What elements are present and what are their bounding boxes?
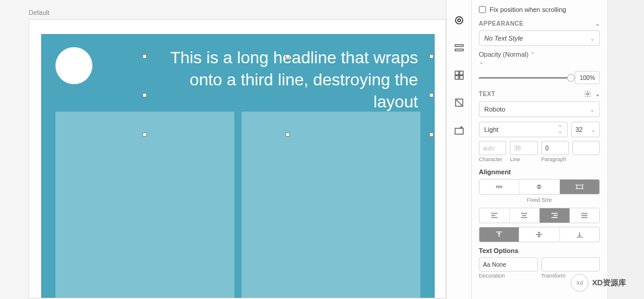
align-top-button[interactable] [479,227,519,242]
decoration-select[interactable]: Aa None [479,257,538,272]
svg-rect-11 [577,185,583,189]
transform-select[interactable] [541,257,600,272]
tool-grid-icon[interactable] [451,67,467,84]
resize-handle-tr[interactable] [429,54,434,58]
selection-box[interactable] [145,57,431,134]
artboard-frame[interactable]: This is a long headline that wraps onto … [29,19,446,298]
align-bottom-button[interactable] [560,227,599,242]
design-card[interactable]: This is a long headline that wraps onto … [41,34,435,298]
character-spacing-label: Character [479,156,506,162]
resize-handle-br[interactable] [429,132,434,137]
resize-handle-bm[interactable] [286,132,290,137]
character-spacing-input[interactable]: auto [479,141,506,155]
align-justify-button[interactable] [570,208,600,223]
chevron-down-icon: ⌄ [595,91,600,97]
watermark-logo-icon: Xd [571,274,589,292]
fix-position-label: Fix position when scrolling [490,6,566,13]
tool-export-icon[interactable] [451,122,467,138]
artboard-label[interactable]: Default [29,9,49,16]
font-size-value: 32 [575,126,583,133]
inspector-panel: Fix position when scrolling APPEARANCE ⌄… [471,0,607,299]
svg-rect-9 [455,128,463,134]
auto-height-button[interactable] [519,180,559,194]
svg-rect-2 [455,45,463,47]
align-middle-button[interactable] [519,227,559,242]
vertical-align-group [479,227,600,242]
font-weight-select[interactable]: Light ⌃⌄ [479,122,568,137]
align-right-button[interactable] [540,208,570,223]
resize-handle-tl[interactable] [143,54,147,58]
card-column-right[interactable] [242,112,420,298]
alignment-label: Alignment [479,168,600,175]
line-spacing-label: Line [510,156,537,162]
font-size-input[interactable]: 32 ⌄ [571,122,600,137]
svg-point-0 [456,17,463,24]
fix-position-checkbox[interactable]: Fix position when scrolling [479,6,600,13]
resize-handle-ml[interactable] [143,93,147,97]
chevron-down-icon: ⌄ [595,20,600,27]
sizing-mode-group [479,179,600,195]
fixed-size-label: Fixed Size [479,197,600,203]
auto-width-button[interactable] [479,180,519,194]
svg-rect-3 [455,49,463,51]
resize-handle-bl[interactable] [143,132,147,137]
font-family-select[interactable]: Roboto ⌄ [479,101,600,117]
avatar-circle[interactable] [55,47,92,84]
font-family-value: Roboto [484,106,505,113]
tool-strip [446,0,471,299]
svg-rect-4 [455,71,459,75]
opacity-value-input[interactable]: 100% [575,71,600,84]
spacing-extra-input[interactable] [572,141,600,155]
svg-rect-7 [459,76,463,79]
chevron-down-icon: ⌄ [590,106,595,113]
opacity-slider-knob[interactable] [567,74,575,82]
resize-handle-mr[interactable] [429,93,434,97]
decoration-label: Decoration [479,273,538,279]
horizontal-align-group [479,208,600,223]
appearance-title: APPEARANCE [479,20,524,27]
stepper-icon: ⌃⌄ [558,126,562,133]
align-center-button[interactable] [510,208,540,223]
text-section-title: TEXT [479,91,496,97]
fixed-size-button[interactable] [560,180,599,194]
text-options-title: Text Options [479,247,600,254]
svg-point-10 [586,93,588,95]
font-weight-value: Light [484,126,499,133]
text-style-select[interactable]: No Text Style ⌄ [479,30,600,46]
resize-handle-tm[interactable] [286,54,290,58]
gear-icon[interactable] [584,90,592,98]
text-section-header[interactable]: TEXT ⌄ [479,90,600,98]
svg-point-1 [457,19,460,22]
appearance-section-header[interactable]: APPEARANCE ⌄ [479,20,600,27]
canvas-region: Default This is a long headline that wra… [0,0,446,299]
card-column-left[interactable] [55,112,234,298]
svg-rect-5 [459,71,463,75]
tool-properties-icon[interactable] [451,12,467,29]
line-spacing-input[interactable]: 38 [510,141,537,155]
opacity-slider[interactable] [479,77,571,79]
watermark: Xd XD资源库 [571,274,626,292]
tool-align-icon[interactable] [451,39,467,56]
chevron-down-icon: ⌄ [591,127,596,133]
tool-transform-icon[interactable] [451,94,467,111]
fix-position-input[interactable] [479,6,486,13]
opacity-label: Opacity (Normal) ⌃⌄ [479,51,535,65]
svg-rect-6 [455,76,459,79]
paragraph-spacing-label: Paragraph [541,156,569,162]
watermark-text: XD资源库 [592,278,626,288]
align-left-button[interactable] [479,208,510,223]
opacity-slider-track [479,77,571,79]
text-style-value: No Text Style [484,35,523,42]
chevron-down-icon: ⌄ [590,35,595,42]
paragraph-spacing-input[interactable]: 0 [541,141,569,155]
